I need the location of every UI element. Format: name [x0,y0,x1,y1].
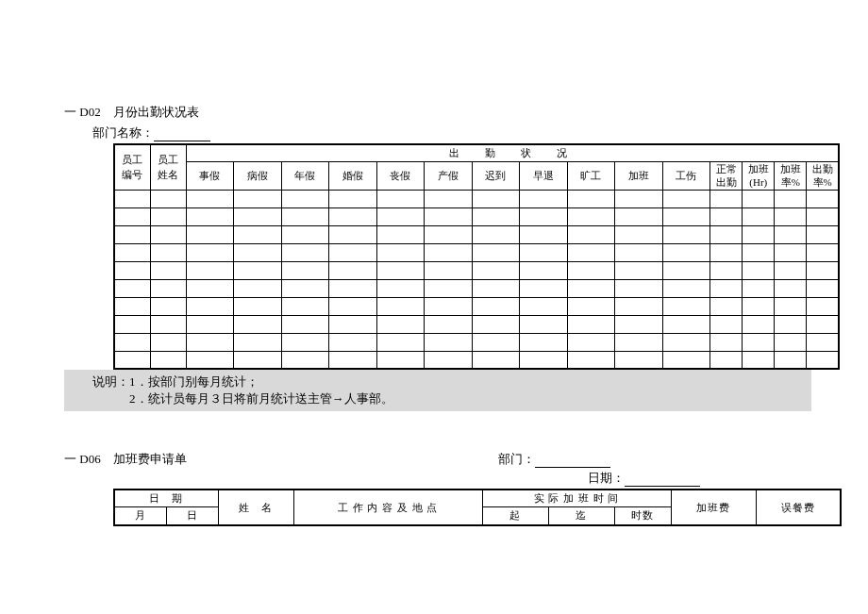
section2-dept: 部门： [498,451,621,468]
col-12: 加班(Hr) [743,161,775,190]
col-emp-name: 员工姓名 [150,144,186,190]
notes-line1: 说明：1．按部门别每月统计； [92,373,811,390]
attendance-table: 员工编号 员工姓名 出 勤 状 况 事假 病假 年假 婚假 丧假 产假 迟到 早… [113,143,840,370]
date-blank [625,473,700,487]
t2-ot-fee: 加班费 [671,490,756,525]
date-label: 日期： [588,471,625,485]
col-3: 婚假 [329,161,377,190]
col-10: 工伤 [662,161,710,190]
col-2: 年假 [281,161,329,190]
t2-work: 工 作 内 容 及 地 点 [293,490,482,525]
section2-heading: 一 D06 加班费申请单 [64,451,498,468]
col-9: 加班 [615,161,663,190]
col-11: 正常出勤 [710,161,743,190]
notes-box: 说明：1．按部门别每月统计； 2．统计员每月３日将前月统计送主管→人事部。 [64,370,811,411]
col-7: 早退 [520,161,568,190]
t2-month: 月 [114,506,166,525]
section1-heading: 一 D02 月份出勤状况表 [64,104,811,121]
col-13: 加班率% [775,161,807,190]
t2-hours: 时数 [614,506,671,525]
col-14: 出勤率% [807,161,839,190]
t2-date-hdr: 日 期 [114,490,218,506]
col-emp-id: 员工编号 [114,144,150,190]
col-4: 丧假 [376,161,425,190]
notes-line2: 2．统计员每月３日将前月统计送主管→人事部。 [92,390,811,407]
t2-from: 起 [482,506,548,525]
col-6: 迟到 [472,161,520,190]
section2-date: 日期： [588,470,811,487]
t2-name: 姓 名 [218,490,293,525]
dept-blank [154,128,210,141]
table1-wrap: 员工编号 员工姓名 出 勤 状 况 事假 病假 年假 婚假 丧假 产假 迟到 早… [113,143,840,370]
t2-actual-ot: 实 际 加 班 时 间 [482,490,671,506]
t2-to: 迄 [548,506,614,525]
dept-label-row: 部门名称： [92,124,811,141]
dept-label: 部门名称： [92,125,154,140]
overtime-table: 日 期 姓 名 工 作 内 容 及 地 点 实 际 加 班 时 间 加班费 误餐… [113,489,842,526]
t2-day: 日 [166,506,218,525]
dept-blank-2 [535,455,610,468]
t2-meal-fee: 误餐费 [756,490,841,525]
col-8: 旷工 [567,161,615,190]
col-5: 产假 [425,161,473,190]
col-0: 事假 [186,161,234,190]
col-1: 病假 [234,161,282,190]
attendance-header: 出 勤 状 况 [186,144,839,161]
dept-label-2: 部门： [498,452,535,466]
table2-wrap: 日 期 姓 名 工 作 内 容 及 地 点 实 际 加 班 时 间 加班费 误餐… [113,489,840,526]
